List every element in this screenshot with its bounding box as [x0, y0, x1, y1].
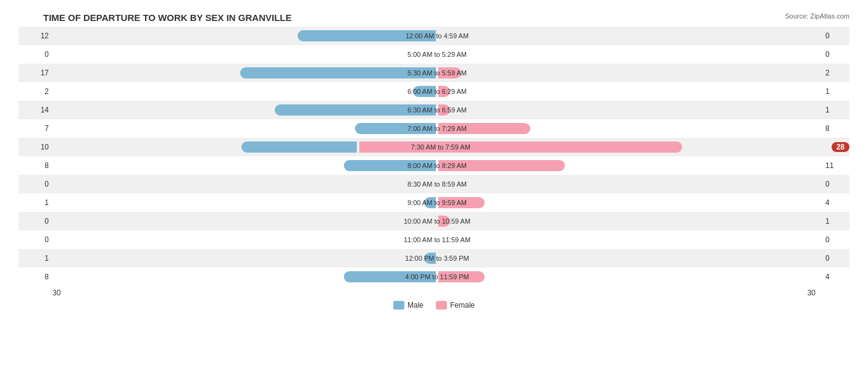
legend-male: Male [393, 301, 424, 310]
axis-bottom: 30 30 [19, 286, 849, 297]
bars-area: 7:00 AM to 7:29 AM [52, 120, 822, 137]
male-bar [240, 67, 436, 78]
table-row: 77:00 AM to 7:29 AM8 [19, 119, 849, 138]
male-bar [424, 197, 436, 208]
right-value-label: 0 [822, 254, 849, 263]
bars-area: 12:00 AM to 4:59 AM [52, 27, 822, 44]
bars-area: 5:30 AM to 5:59 AM [52, 64, 822, 82]
male-bar [241, 141, 357, 153]
left-value-label: 2 [19, 87, 52, 96]
right-value-label: 0 [822, 32, 849, 40]
right-value-label: 1 [822, 217, 849, 226]
left-value-label: 0 [19, 50, 52, 59]
left-value-label: 12 [19, 32, 52, 40]
right-value-label: 4 [822, 272, 849, 281]
legend-female-label: Female [450, 301, 475, 310]
legend-male-label: Male [407, 301, 424, 310]
table-row: 175:30 AM to 5:59 AM2 [19, 64, 849, 82]
right-value-label: 8 [822, 124, 849, 133]
table-row: 010:00 AM to 10:59 AM1 [19, 212, 849, 230]
right-value-label: 0 [822, 180, 849, 188]
table-row: 011:00 AM to 11:59 AM0 [19, 230, 849, 249]
bars-area: 9:00 AM to 9:59 AM [52, 194, 822, 211]
table-row: 112:00 PM to 3:59 PM0 [19, 249, 849, 268]
female-bar [359, 141, 682, 153]
right-value-label: 1 [822, 87, 849, 96]
right-value-label: 11 [822, 161, 849, 170]
female-bar [438, 123, 530, 134]
left-value-label: 0 [19, 217, 52, 226]
female-bar [438, 86, 450, 97]
bars-area: 8:30 AM to 8:59 AM [52, 175, 822, 193]
male-bar [424, 253, 436, 264]
table-row: 26:00 AM to 6:29 AM1 [19, 82, 849, 101]
bars-area: 5:00 AM to 5:29 AM [52, 46, 822, 63]
table-row: 146:30 AM to 6:59 AM1 [19, 101, 849, 119]
female-bar [438, 104, 450, 116]
male-bar [413, 86, 436, 97]
table-row: 107:30 AM to 7:59 AM28 [19, 138, 849, 156]
left-value-label: 17 [19, 69, 52, 77]
bars-area: 6:30 AM to 6:59 AM [52, 101, 822, 119]
female-bar [438, 160, 565, 171]
male-bar [355, 123, 436, 134]
male-bar [344, 271, 436, 282]
left-value-label: 7 [19, 124, 52, 133]
chart-rows: 1212:00 AM to 4:59 AM005:00 AM to 5:29 A… [19, 27, 849, 286]
right-value-label: 0 [822, 50, 849, 59]
bars-area: 12:00 PM to 3:59 PM [52, 250, 822, 267]
chart-container: TIME OF DEPARTURE TO WORK BY SEX IN GRAN… [0, 0, 868, 367]
right-value-label: 1 [822, 106, 849, 114]
table-row: 88:00 AM to 8:29 AM11 [19, 156, 849, 175]
table-row: 84:00 PM to 11:59 PM4 [19, 268, 849, 286]
left-value-label: 10 [19, 143, 52, 151]
female-bar [438, 216, 450, 227]
left-value-label: 0 [19, 235, 52, 244]
bars-area: 8:00 AM to 8:29 AM [52, 157, 822, 174]
right-value-label: 4 [822, 198, 849, 207]
female-bar [438, 197, 485, 208]
legend-female: Female [436, 301, 475, 310]
table-row: 1212:00 AM to 4:59 AM0 [19, 27, 849, 45]
female-bar [438, 67, 461, 78]
legend-male-color [393, 301, 404, 310]
source-text: Source: ZipAtlas.com [785, 12, 849, 20]
table-row: 05:00 AM to 5:29 AM0 [19, 45, 849, 64]
male-bar [298, 30, 436, 41]
axis-right-label: 30 [807, 289, 816, 297]
chart-title: TIME OF DEPARTURE TO WORK BY SEX IN GRAN… [19, 12, 849, 23]
bars-area: 7:30 AM to 7:59 AM [52, 138, 829, 156]
legend: Male Female [19, 301, 849, 310]
bars-area: 10:00 AM to 10:59 AM [52, 213, 822, 230]
right-value-label: 0 [822, 235, 849, 244]
male-bar [275, 104, 436, 116]
left-value-label: 1 [19, 198, 52, 207]
left-value-label: 14 [19, 106, 52, 114]
left-value-label: 0 [19, 180, 52, 188]
male-bar [344, 160, 436, 171]
legend-female-color [436, 301, 447, 310]
left-value-label: 8 [19, 161, 52, 170]
table-row: 19:00 AM to 9:59 AM4 [19, 193, 849, 212]
bars-area: 4:00 PM to 11:59 PM [52, 268, 822, 285]
female-bar [438, 271, 485, 282]
right-value-label: 28 [832, 142, 849, 152]
left-value-label: 8 [19, 272, 52, 281]
table-row: 08:30 AM to 8:59 AM0 [19, 175, 849, 193]
left-value-label: 1 [19, 254, 52, 263]
axis-left-label: 30 [52, 289, 61, 297]
bars-area: 6:00 AM to 6:29 AM [52, 83, 822, 100]
right-value-label: 2 [822, 69, 849, 77]
bars-area: 11:00 AM to 11:59 AM [52, 231, 822, 248]
